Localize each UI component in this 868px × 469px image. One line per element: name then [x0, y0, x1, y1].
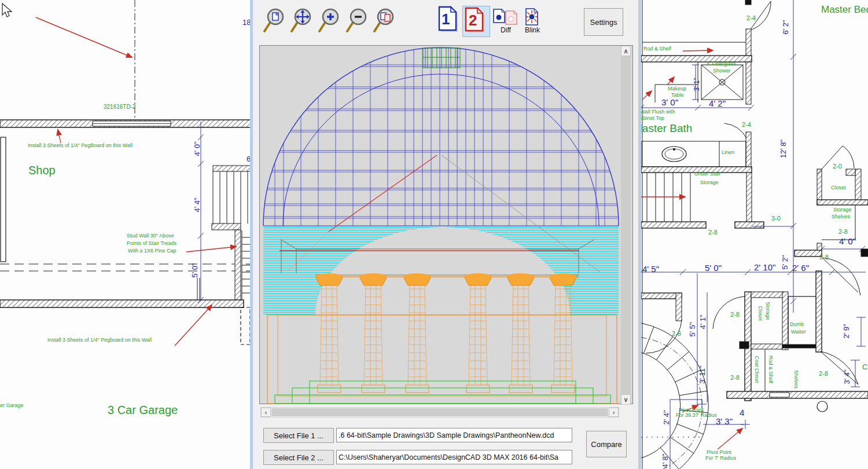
file2-path-field[interactable]: [336, 450, 572, 464]
show-file2-button[interactable]: 2: [462, 6, 490, 37]
blink-label: Blink: [521, 26, 544, 34]
select-file2-button[interactable]: Select File 2 ...: [263, 450, 334, 465]
pantheon-drawing: [260, 46, 620, 405]
show-file1-button[interactable]: 1: [436, 6, 463, 36]
file2-number: 2: [469, 12, 477, 30]
scroll-left-arrow[interactable]: ‹: [261, 408, 271, 417]
dialog-left-border: [250, 0, 253, 469]
dialog-right-border: [638, 0, 641, 469]
scroll-right-arrow[interactable]: ›: [609, 408, 619, 417]
blink-button[interactable]: [522, 8, 542, 28]
zoom-files-button[interactable]: [372, 5, 398, 39]
horizontal-scroll-thumb[interactable]: [271, 408, 608, 416]
compare-button[interactable]: Compare: [586, 431, 627, 457]
vertical-scrollbar[interactable]: ∧ ∨: [621, 46, 631, 405]
zoom-window-button[interactable]: [262, 5, 288, 39]
horizontal-scrollbar[interactable]: ‹ ›: [260, 407, 619, 417]
zoom-extents-button[interactable]: [289, 5, 315, 39]
scroll-up-arrow[interactable]: ∧: [621, 46, 631, 56]
settings-button[interactable]: Settings: [584, 8, 623, 36]
file-compare-dialog: 1 2 Diff: [250, 0, 641, 469]
zoom-out-button[interactable]: [344, 5, 371, 39]
zoom-in-button[interactable]: [317, 5, 343, 39]
file1-path-field[interactable]: [336, 428, 572, 442]
file1-number: 1: [442, 10, 450, 28]
diff-label: Diff: [495, 26, 516, 34]
screen: { "dialog": { "toolbar": { "file1_number…: [0, 0, 868, 469]
scroll-down-arrow[interactable]: ∨: [621, 394, 631, 405]
select-file1-button[interactable]: Select File 1 ...: [263, 428, 334, 443]
diff-button[interactable]: [492, 8, 518, 28]
